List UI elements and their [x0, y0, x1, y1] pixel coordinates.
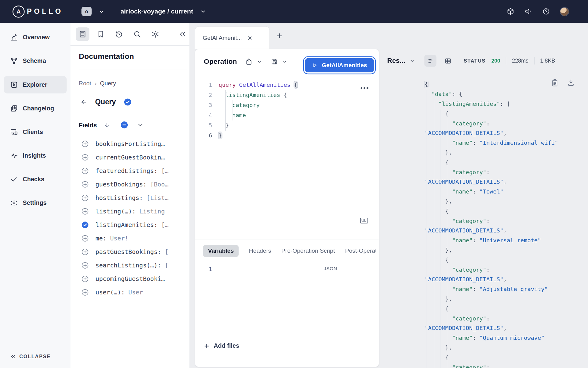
field-add-plus-icon[interactable] [81, 248, 89, 256]
operation-tab[interactable]: GetAllAmenit... [195, 27, 269, 49]
tab-post-operation-script[interactable]: Post-Operation Script [345, 245, 376, 257]
type-name: Query [95, 98, 116, 106]
keyboard-shortcuts-icon[interactable] [360, 217, 368, 224]
sidebar-item-settings[interactable]: Settings [4, 194, 66, 212]
field-row[interactable]: currentGuestBookin… [70, 151, 189, 164]
field-type: [Boo… [147, 181, 169, 188]
response-duration: 228ms [512, 58, 529, 64]
operation-editor[interactable]: 1query GetAllAmenities {2 listingAmeniti… [195, 80, 379, 239]
sidebar-item-schema[interactable]: Schema [4, 52, 66, 70]
field-add-plus-icon[interactable] [81, 153, 89, 161]
run-operation-button[interactable]: GetAllAmenities [305, 58, 374, 72]
sidebar-item-overview[interactable]: Overview [4, 29, 66, 46]
breadcrumb-query[interactable]: Query [100, 80, 116, 87]
fields-sort-icon[interactable] [103, 121, 110, 128]
collapse-doc-panel-icon[interactable] [176, 27, 190, 41]
user-avatar[interactable] [560, 7, 569, 16]
code-line[interactable]: 1query GetAllAmenities { [195, 80, 379, 90]
field-row[interactable]: guestBookings: [Boo… [70, 178, 189, 191]
field-row[interactable]: hostListings: [List… [70, 191, 189, 205]
field-name: guestBookings: [96, 181, 147, 188]
new-tab-button[interactable] [276, 32, 283, 39]
json-line: { [425, 109, 588, 119]
tab-headers[interactable]: Headers [249, 245, 271, 257]
code-line[interactable]: 4 name [195, 110, 379, 121]
history-icon[interactable] [112, 27, 126, 41]
field-row[interactable]: upcomingGuestBooki… [70, 272, 189, 286]
field-row[interactable]: me: User! [70, 232, 189, 245]
fields-header-row: Fields [79, 121, 143, 129]
code-line[interactable]: 5 } [195, 121, 379, 131]
field-row[interactable]: listing(…): Listing [70, 205, 189, 218]
field-row[interactable]: searchListings(…): [ [70, 259, 189, 272]
field-add-plus-icon[interactable] [81, 288, 89, 296]
response-pretty-view-icon[interactable] [424, 55, 437, 67]
sidebar-item-checks[interactable]: Checks [4, 171, 66, 188]
field-name: me: [96, 235, 107, 242]
close-tab-icon[interactable] [247, 35, 253, 40]
save-icon[interactable] [271, 58, 278, 65]
share-icon[interactable] [245, 58, 253, 65]
response-title: Res... [387, 57, 405, 65]
field-row[interactable]: listingAmenities: [… [70, 218, 189, 232]
back-arrow-icon[interactable] [80, 98, 88, 105]
share-dropdown-chevron-icon[interactable] [257, 59, 262, 64]
code-line[interactable]: 6} [195, 131, 379, 141]
search-icon[interactable] [130, 27, 144, 41]
field-row[interactable]: pastGuestBookings: [ [70, 245, 189, 259]
graph-avatar-badge[interactable]: o [81, 7, 92, 16]
save-dropdown-chevron-icon[interactable] [282, 59, 288, 64]
schema-icon [10, 57, 18, 65]
code-line[interactable]: 2 listingAmenities { [195, 90, 379, 100]
graph-cube-icon[interactable] [507, 7, 514, 15]
graph-title[interactable]: airlock-voyage / current [120, 8, 193, 15]
sidebar-item-explorer[interactable]: Explorer [4, 76, 66, 93]
fields-collapse-chevron-icon[interactable] [137, 122, 143, 128]
field-add-plus-icon[interactable] [81, 207, 89, 215]
sidebar-item-label: Clients [23, 129, 43, 136]
field-add-plus-icon[interactable] [81, 167, 89, 175]
field-add-plus-icon[interactable] [81, 234, 89, 242]
collapse-chevrons-icon [10, 354, 16, 359]
sidebar-item-clients[interactable]: Clients [4, 123, 66, 140]
field-row[interactable]: bookingsForListing… [70, 137, 189, 150]
sidebar-item-label: Changelog [23, 105, 54, 112]
field-add-plus-icon[interactable] [81, 140, 89, 148]
field-type: [ [161, 248, 168, 255]
sidebar-item-insights[interactable]: Insights [4, 147, 66, 164]
announcements-megaphone-icon[interactable] [524, 7, 532, 15]
json-line: "listingAmenities": [ [425, 99, 588, 109]
add-files-button[interactable]: Add files [203, 343, 239, 349]
field-add-plus-icon[interactable] [81, 194, 89, 202]
field-add-plus-icon[interactable] [81, 261, 89, 269]
code-content: name [219, 110, 246, 121]
tab-variables[interactable]: Variables [203, 245, 239, 257]
graph-switcher-chevron-icon[interactable] [99, 9, 105, 15]
json-indent-guide [441, 109, 441, 368]
field-selected-check-icon[interactable] [81, 221, 89, 229]
field-row[interactable]: featuredListings: [… [70, 164, 189, 178]
field-add-plus-icon[interactable] [81, 275, 89, 283]
tab-pre-operation-script[interactable]: Pre-Operation Script [281, 245, 335, 257]
documentation-tab-icon[interactable] [76, 27, 89, 41]
help-icon[interactable] [542, 7, 550, 15]
code-line[interactable]: 3 category [195, 100, 379, 110]
breadcrumb-root[interactable]: Root [79, 80, 91, 87]
field-type: [ [161, 262, 168, 269]
editor-more-options-icon[interactable]: ••• [360, 84, 370, 92]
field-row[interactable]: user(…): User [70, 286, 189, 299]
field-name: pastGuestBookings: [96, 248, 161, 255]
graph-title-chevron-icon[interactable] [200, 9, 206, 15]
apollo-logo[interactable]: A POLLO [13, 6, 70, 17]
explorer-settings-gear-icon[interactable] [149, 27, 162, 41]
response-dropdown-chevron-icon[interactable] [409, 58, 415, 64]
type-selected-check-icon[interactable] [123, 98, 132, 106]
sidebar-collapse-button[interactable]: COLLAPSE [10, 354, 51, 359]
saved-operations-bookmark-icon[interactable] [94, 27, 108, 41]
insights-icon [10, 152, 18, 159]
field-add-plus-icon[interactable] [81, 180, 89, 188]
response-table-view-icon[interactable] [442, 55, 454, 67]
json-indent-guide [434, 100, 434, 368]
fields-deselect-minus-icon[interactable] [120, 121, 128, 129]
sidebar-item-changelog[interactable]: Changelog [4, 100, 66, 117]
